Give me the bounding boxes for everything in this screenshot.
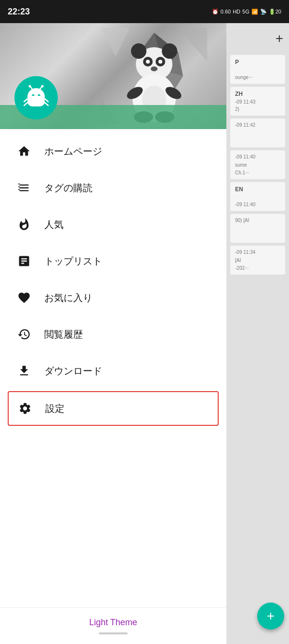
list-item: ZH -09 11:43 2) [230,87,285,116]
fire-icon [15,216,33,233]
svg-point-16 [158,60,162,64]
svg-point-12 [162,43,177,59]
toplist-label: トップリスト [44,255,102,268]
list-item: -09 11:34 [AI -202··· [230,246,285,275]
app-logo [14,76,58,119]
list-item: -09 11:40 sume Ch.1··· [230,150,285,179]
speed-label: 0.60 [221,9,231,14]
chart-icon [15,252,33,270]
theme-toggle[interactable]: Light Theme [89,618,137,627]
svg-point-31 [29,85,31,88]
network-label: 5G [242,9,250,14]
history-icon [15,326,33,343]
home-icon [15,143,33,160]
svg-line-39 [45,103,48,105]
svg-marker-25 [178,28,207,62]
sidebar-item-toplist[interactable]: トップリスト [0,243,226,279]
drawer-menu: ホームページ タグの購読 人気 [0,129,226,607]
list-item: P ounge··· [230,55,285,84]
list-item: 90) [AI [230,214,285,243]
download-icon [15,362,33,380]
status-time: 22:23 [8,7,30,17]
gear-icon [16,400,34,417]
heart-icon [15,289,33,306]
right-topbar: + [230,27,285,54]
status-bar: 22:23 ⏰ 0.60 HD 5G 📶 📡 🔋20 [0,0,289,23]
scroll-indicator [99,632,128,634]
download-label: ダウンロード [44,365,102,378]
right-content: + P ounge··· ZH -09 11:43 2) -09 11:42 -… [226,23,289,644]
status-icons: ⏰ 0.60 HD 5G 📶 📡 🔋20 [212,9,281,15]
svg-line-37 [24,103,27,105]
right-panel: + P ounge··· ZH -09 11:43 2) -09 11:42 -… [226,23,289,644]
wifi-icon: 📡 [260,9,267,15]
svg-rect-35 [27,96,45,106]
tags-label: タグの購読 [44,182,92,195]
main-container: ホームページ タグの購読 人気 [0,23,289,644]
svg-point-11 [131,43,146,59]
tags-icon [15,179,33,197]
svg-line-36 [24,99,27,102]
clock-icon: ⏰ [212,9,219,15]
sidebar-item-download[interactable]: ダウンロード [0,353,226,389]
hd-label: HD [233,9,240,14]
popular-label: 人気 [44,218,64,231]
battery-icon: 🔋20 [269,9,281,15]
sidebar-item-homepage[interactable]: ホームページ [0,133,226,170]
list-item: -09 11:42 [230,118,285,147]
settings-label: 設定 [45,402,65,415]
homepage-label: ホームページ [44,145,102,158]
add-button-top[interactable]: + [276,31,283,46]
drawer-header [0,23,226,129]
svg-point-15 [146,60,150,64]
favorites-label: お気に入り [44,291,92,304]
sidebar-item-settings[interactable]: 設定 [8,391,219,426]
sidebar-item-favorites[interactable]: お気に入り [0,279,226,316]
sidebar-item-popular[interactable]: 人気 [0,206,226,243]
signal-icon: 📶 [251,9,258,15]
history-label: 閲覧履歴 [44,328,83,341]
svg-line-38 [45,99,48,102]
add-fab-button[interactable]: + [257,603,284,630]
drawer-panel: ホームページ タグの購読 人気 [0,23,226,644]
sidebar-item-tags[interactable]: タグの購読 [0,170,226,206]
svg-point-17 [151,66,158,71]
drawer-footer: Light Theme [0,607,226,644]
svg-point-32 [41,85,44,88]
list-item: EN -09 11:40 [230,182,285,211]
svg-marker-24 [101,28,130,57]
app-logo-icon [22,83,51,112]
sidebar-item-history[interactable]: 閲覧履歴 [0,316,226,353]
